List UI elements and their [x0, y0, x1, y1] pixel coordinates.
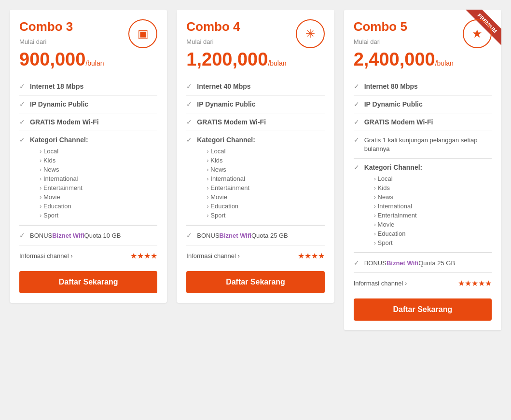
check-icon: ✓ [186, 82, 192, 90]
channel-item: Sport [207, 211, 255, 220]
info-row-combo3: Informasi channel ★★★★ [19, 245, 157, 266]
feature-channels-combo4: ✓ Kategori Channel: LocalKidsNewsInterna… [186, 131, 324, 225]
channel-item: Entertainment [374, 211, 423, 220]
stars-combo3: ★★★★ [130, 251, 157, 260]
star-icon: ★ [463, 19, 492, 48]
price-amount-combo3: 900,000 [19, 49, 85, 69]
feature-text-2-combo5: GRATIS Modem Wi-Fi [364, 118, 433, 126]
daftar-button-combo5[interactable]: Daftar Sekarang [354, 298, 492, 321]
pricing-cards: Combo 3Mulai dari▣ 900,000/bulan ✓ Inter… [10, 10, 501, 330]
price-row-combo3: 900,000/bulan [19, 49, 157, 70]
daftar-button-combo3[interactable]: Daftar Sekarang [19, 271, 157, 293]
daftar-button-combo4[interactable]: Daftar Sekarang [186, 271, 324, 293]
channel-item: Entertainment [207, 183, 255, 192]
feature-2-combo5: ✓ GRATIS Modem Wi-Fi [354, 113, 492, 131]
feature-text-0-combo5: Internet 80 Mbps [364, 82, 418, 90]
bonus-prefix-combo3: BONUS [30, 232, 52, 239]
channel-label-combo4: Kategori Channel: [197, 136, 255, 144]
feature-text-1-combo3: IP Dynamic Public [30, 100, 88, 108]
channel-item: News [374, 192, 423, 202]
price-row-combo5: 2,400,000/bulan [354, 49, 492, 70]
channel-list-combo3: LocalKidsNewsInternationalEntertainmentM… [30, 147, 88, 220]
price-amount-combo4: 1,200,000 [186, 49, 268, 69]
channel-item: Local [40, 147, 88, 156]
channel-item: News [40, 165, 88, 174]
check-icon: ✓ [354, 136, 359, 144]
asterisk-icon: ✳ [296, 19, 325, 48]
price-unit-combo4: /bulan [268, 59, 286, 67]
bonus-suffix-combo4: Quota 25 GB [251, 232, 288, 239]
feature-0-combo3: ✓ Internet 18 Mbps [19, 78, 157, 95]
bonus-item-combo5: ✓ BONUS Biznet Wifi Quota 25 GB [354, 253, 492, 272]
check-icon: ✓ [354, 118, 359, 126]
info-channel-link-combo4[interactable]: Informasi channel [186, 252, 240, 259]
check-icon: ✓ [19, 82, 25, 90]
channel-item: Entertainment [40, 183, 88, 192]
bonus-item-combo4: ✓ BONUS Biznet Wifi Quota 25 GB [186, 225, 324, 245]
check-icon: ✓ [19, 100, 25, 108]
bonus-brand-combo4: Biznet Wifi [220, 232, 251, 239]
price-amount-combo5: 2,400,000 [354, 49, 435, 69]
feature-text-2-combo3: GRATIS Modem Wi-Fi [30, 118, 99, 126]
channel-item: Sport [374, 238, 423, 247]
feature-text-1-combo5: IP Dynamic Public [364, 100, 423, 108]
price-row-combo4: 1,200,000/bulan [186, 49, 324, 70]
card-combo4: Combo 4Mulai dari✳ 1,200,000/bulan ✓ Int… [177, 10, 334, 303]
bonus-brand-combo3: Biznet Wifi [52, 232, 84, 239]
channel-item: International [374, 202, 423, 211]
check-icon: ✓ [354, 82, 359, 90]
check-icon: ✓ [19, 118, 25, 126]
film-icon: ▣ [128, 19, 157, 48]
feature-1-combo4: ✓ IP Dynamic Public [186, 95, 324, 113]
gratis-visit-text: Gratis 1 kali kunjungan pelanggan setiap… [364, 136, 492, 153]
check-icon: ✓ [186, 136, 192, 144]
channel-item: News [207, 165, 255, 174]
channel-list-combo5: LocalKidsNewsInternationalEntertainmentM… [364, 174, 423, 247]
channel-list-combo4: LocalKidsNewsInternationalEntertainmentM… [197, 147, 255, 220]
bonus-suffix-combo3: Quota 10 GB [84, 232, 121, 239]
channel-item: Education [207, 202, 255, 211]
channel-item: International [40, 174, 88, 183]
feature-2-combo4: ✓ GRATIS Modem Wi-Fi [186, 113, 324, 131]
channel-item: Kids [374, 183, 423, 192]
info-row-combo4: Informasi channel ★★★★ [186, 245, 324, 266]
check-icon: ✓ [19, 231, 25, 239]
channel-item: Local [207, 147, 255, 156]
card-combo5: PREMIUM Combo 5Mulai dari★ 2,400,000/bul… [344, 10, 501, 330]
feature-text-0-combo3: Internet 18 Mbps [30, 82, 83, 90]
check-icon: ✓ [354, 100, 359, 108]
bonus-prefix-combo5: BONUS [364, 259, 387, 267]
bonus-prefix-combo4: BONUS [197, 232, 219, 239]
feature-text-2-combo4: GRATIS Modem Wi-Fi [197, 118, 266, 126]
check-icon: ✓ [354, 163, 359, 171]
channel-item: Sport [40, 211, 88, 220]
channel-item: International [207, 174, 255, 183]
channel-item: Education [374, 229, 423, 238]
card-combo3: Combo 3Mulai dari▣ 900,000/bulan ✓ Inter… [10, 10, 167, 303]
feature-text-0-combo4: Internet 40 Mbps [197, 82, 250, 90]
feature-1-combo3: ✓ IP Dynamic Public [19, 95, 157, 113]
channel-item: Kids [40, 156, 88, 165]
channel-label-combo3: Kategori Channel: [30, 136, 88, 144]
channel-item: Kids [207, 156, 255, 165]
check-icon: ✓ [19, 136, 25, 144]
info-row-combo5: Informasi channel ★★★★★ [354, 272, 492, 294]
feature-1-combo5: ✓ IP Dynamic Public [354, 95, 492, 113]
feature-gratis-visit-combo5: ✓ Gratis 1 kali kunjungan pelanggan seti… [354, 131, 492, 159]
info-channel-link-combo3[interactable]: Informasi channel [19, 252, 73, 259]
stars-combo5: ★★★★★ [458, 279, 492, 288]
check-icon: ✓ [354, 259, 359, 267]
info-channel-link-combo5[interactable]: Informasi channel [354, 280, 407, 287]
channel-label-combo5: Kategori Channel: [364, 163, 423, 171]
channel-item: Local [374, 174, 423, 183]
feature-channels-combo5: ✓ Kategori Channel: LocalKidsNewsInterna… [354, 159, 492, 253]
stars-combo4: ★★★★ [298, 251, 325, 260]
bonus-item-combo3: ✓ BONUS Biznet Wifi Quota 10 GB [19, 225, 157, 245]
feature-2-combo3: ✓ GRATIS Modem Wi-Fi [19, 113, 157, 131]
bonus-suffix-combo5: Quota 25 GB [418, 259, 455, 267]
bonus-brand-combo5: Biznet Wifi [387, 259, 418, 267]
channel-item: Movie [207, 192, 255, 202]
check-icon: ✓ [186, 118, 192, 126]
check-icon: ✓ [186, 100, 192, 108]
price-unit-combo3: /bulan [85, 59, 104, 67]
